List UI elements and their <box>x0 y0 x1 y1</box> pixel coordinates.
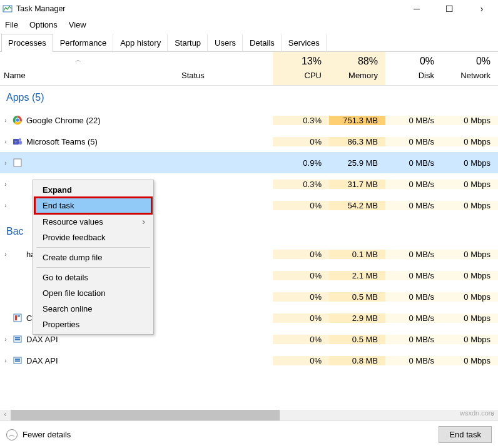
context-create-dump[interactable]: Create dump file <box>35 250 151 265</box>
tab-users[interactable]: Users <box>208 34 243 52</box>
menu-file[interactable]: File <box>5 20 18 29</box>
memory-cell: 2.1 MB <box>329 271 385 280</box>
menu-options[interactable]: Options <box>29 20 58 29</box>
memory-cell: 751.3 MB <box>329 116 385 125</box>
dax-icon <box>11 355 24 365</box>
sort-indicator-icon: ︿ <box>75 56 81 64</box>
context-provide-feedback[interactable]: Provide feedback <box>35 230 151 245</box>
disk-cell: 0 MB/s <box>385 158 442 168</box>
expand-toggle-icon[interactable]: › <box>0 138 11 145</box>
end-task-button[interactable]: End task <box>439 426 492 443</box>
network-cell: 0 Mbps <box>442 250 498 259</box>
expand-toggle-icon[interactable]: › <box>0 181 11 188</box>
tab-services[interactable]: Services <box>282 34 327 52</box>
disk-cell: 0 MB/s <box>385 271 442 280</box>
dax-icon <box>11 334 24 344</box>
expand-toggle-icon[interactable]: › <box>0 160 11 166</box>
cpu-cell: 0% <box>273 313 329 323</box>
process-name: DAX API <box>24 335 181 344</box>
column-name-label: Name <box>4 71 181 80</box>
memory-cell: 0.1 MB <box>329 250 385 259</box>
context-end-task[interactable]: End task <box>35 198 151 213</box>
watermark: wsxdn.com <box>460 409 494 417</box>
chevron-up-icon: ︿ <box>6 429 18 440</box>
disk-cell: 0 MB/s <box>385 313 442 323</box>
tab-details[interactable]: Details <box>243 34 282 52</box>
disk-cell: 0 MB/s <box>385 356 442 365</box>
column-memory[interactable]: 88% Memory <box>329 52 385 85</box>
cpu-cell: 0% <box>273 271 329 280</box>
network-cell: 0 Mbps <box>442 158 498 168</box>
column-disk[interactable]: 0% Disk <box>385 52 442 85</box>
svg-rect-17 <box>15 360 20 362</box>
fewer-details-label: Fewer details <box>23 430 71 439</box>
expand-toggle-icon[interactable]: › <box>0 357 11 364</box>
network-cell: 0 Mbps <box>442 201 498 210</box>
process-row[interactable]: › DAX API 0% 0.8 MB 0 MB/s 0 Mbps <box>0 350 498 371</box>
tab-processes[interactable]: Processes <box>1 34 53 52</box>
column-headers: ︿ Name Status 13% CPU 88% Memory 0% Disk… <box>0 52 498 86</box>
disk-cell: 0 MB/s <box>385 201 442 210</box>
network-cell: 0 Mbps <box>442 356 498 365</box>
disk-cell: 0 MB/s <box>385 180 442 189</box>
column-cpu[interactable]: 13% CPU <box>273 52 329 85</box>
minimize-button[interactable]: ─ <box>408 4 425 14</box>
context-separator <box>36 247 150 248</box>
context-resource-values-label: Resource values <box>43 217 103 227</box>
svg-rect-14 <box>15 339 20 340</box>
context-expand[interactable]: Expand <box>35 182 151 198</box>
disk-cell: 0 MB/s <box>385 137 442 146</box>
process-row[interactable]: › T Microsoft Teams (5) 0% 86.3 MB 0 MB/… <box>0 131 498 152</box>
svg-rect-11 <box>18 315 20 317</box>
process-row[interactable]: › Google Chrome (22) 0.3% 751.3 MB 0 MB/… <box>0 109 498 131</box>
app-icon <box>3 4 13 14</box>
context-search-online[interactable]: Search online <box>35 301 151 317</box>
cpu-cell: 0% <box>273 335 329 344</box>
column-status[interactable]: Status <box>181 52 273 85</box>
process-name: DAX API <box>24 356 181 365</box>
column-network[interactable]: 0% Network <box>442 52 498 85</box>
context-separator <box>36 267 150 268</box>
context-properties[interactable]: Properties <box>35 317 151 332</box>
group-apps: Apps (5) <box>0 86 498 109</box>
network-cell: 0 Mbps <box>442 335 498 344</box>
teams-icon: T <box>11 136 24 146</box>
process-name: Google Chrome (22) <box>24 116 181 125</box>
network-cell: 0 Mbps <box>442 116 498 125</box>
column-name[interactable]: ︿ Name <box>0 52 181 85</box>
process-row-selected[interactable]: › 0.9% 25.9 MB 0 MB/s 0 Mbps <box>0 152 498 173</box>
overflow-button[interactable]: › <box>473 4 490 14</box>
disk-cell: 0 MB/s <box>385 335 442 344</box>
tab-app-history[interactable]: App history <box>113 34 168 52</box>
svg-point-6 <box>19 138 21 141</box>
network-cell: 0 Mbps <box>442 313 498 323</box>
network-cell: 0 Mbps <box>442 271 498 280</box>
tab-startup[interactable]: Startup <box>168 34 208 52</box>
cpu-cell: 0% <box>273 292 329 302</box>
memory-cell: 2.9 MB <box>329 313 385 323</box>
maximize-button[interactable]: ☐ <box>440 4 458 14</box>
window-title: Task Manager <box>16 4 66 13</box>
expand-toggle-icon[interactable]: › <box>0 202 11 209</box>
context-open-file-location[interactable]: Open file location <box>35 285 151 301</box>
disk-cell: 0 MB/s <box>385 250 442 259</box>
context-resource-values[interactable]: Resource values <box>35 213 151 230</box>
tab-performance[interactable]: Performance <box>53 34 113 52</box>
expand-toggle-icon[interactable]: › <box>0 117 11 124</box>
svg-rect-8 <box>14 159 21 166</box>
cpu-cell: 0% <box>273 356 329 365</box>
context-go-to-details[interactable]: Go to details <box>35 270 151 285</box>
title-bar: Task Manager ─ ☐ › <box>0 0 498 18</box>
horizontal-scrollbar[interactable]: ‹ › <box>0 410 498 420</box>
svg-text:T: T <box>14 140 18 145</box>
cpu-cell: 0.3% <box>273 180 329 189</box>
svg-rect-16 <box>15 359 20 360</box>
context-menu: Expand End task Resource values Provide … <box>33 180 154 335</box>
menu-view[interactable]: View <box>69 20 86 29</box>
cpu-label: CPU <box>273 71 322 80</box>
fewer-details-button[interactable]: ︿ Fewer details <box>6 429 71 440</box>
disk-label: Disk <box>386 71 434 80</box>
memory-cell: 31.7 MB <box>329 180 385 189</box>
expand-toggle-icon[interactable]: › <box>0 336 11 343</box>
expand-toggle-icon[interactable]: › <box>0 251 11 258</box>
